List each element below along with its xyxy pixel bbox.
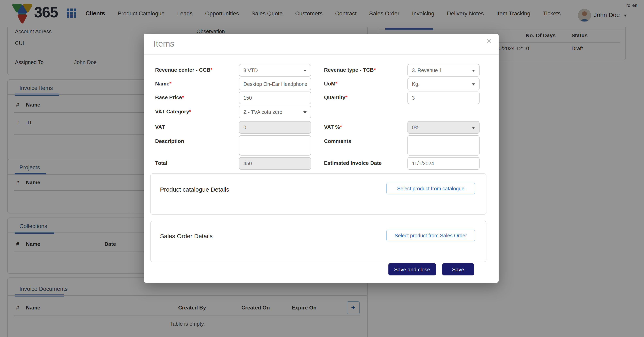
name-label: Name* [155, 80, 172, 87]
required-marker: * [170, 80, 172, 87]
product-catalogue-section: Product catalogue Details Select product… [150, 173, 486, 215]
revenue-center-label: Revenue center - CCB* [155, 67, 212, 73]
estimated-invoice-date-input[interactable] [408, 157, 480, 170]
vat-category-label: VAT Category* [155, 108, 191, 115]
required-marker: * [189, 108, 191, 115]
uom-label: UoM* [324, 80, 338, 87]
estimated-invoice-date-label: Estimated Invoice Date [324, 160, 382, 166]
description-textarea[interactable] [239, 135, 311, 156]
comments-textarea[interactable] [408, 135, 480, 156]
sales-order-heading: Sales Order Details [160, 232, 213, 240]
quantity-label: Quantity* [324, 94, 348, 100]
quantity-input[interactable] [408, 92, 480, 104]
save-button[interactable]: Save [442, 263, 474, 276]
vat-percent-select-disabled: 0% [408, 121, 480, 134]
required-marker: * [374, 67, 376, 73]
required-marker: * [335, 80, 338, 87]
sales-order-section: Sales Order Details Select product from … [150, 221, 486, 262]
app-root: Account Adress CUI Assigned To John Doe … [0, 0, 644, 337]
required-marker: * [182, 94, 184, 100]
comments-label: Comments [324, 138, 351, 144]
vat-input-disabled: 0 [239, 121, 311, 134]
required-marker: * [345, 94, 347, 100]
select-product-from-sales-order-button[interactable]: Select product from Sales Order [386, 230, 475, 242]
name-input[interactable] [239, 78, 311, 90]
base-price-label: Base Price* [155, 94, 184, 100]
base-price-input[interactable] [239, 92, 311, 104]
modal-title: Items [154, 39, 174, 48]
select-product-from-catalogue-button[interactable]: Select product from catalogue [386, 183, 475, 194]
revenue-type-label: Revenue type - TCB* [324, 67, 376, 73]
revenue-type-select[interactable]: 3. Revenue 1 [408, 64, 480, 76]
save-and-close-button[interactable]: Save and close [388, 263, 436, 276]
revenue-center-select[interactable]: 3 VTD [239, 64, 311, 76]
total-input-disabled: 450 [239, 157, 311, 170]
description-label: Description [155, 138, 184, 144]
required-marker: * [340, 124, 342, 130]
close-icon[interactable]: × [487, 37, 491, 45]
vat-label: VAT [155, 124, 165, 130]
divider [144, 54, 498, 55]
vat-category-select[interactable]: Z - TVA cota zero [239, 106, 311, 118]
total-label: Total [155, 160, 167, 166]
items-modal: Items × Revenue center - CCB* 3 VTD Reve… [144, 34, 498, 283]
product-catalogue-heading: Product catalogue Details [160, 186, 229, 193]
vat-percent-label: VAT %* [324, 124, 342, 130]
required-marker: * [210, 67, 212, 73]
uom-select[interactable]: Kg. [408, 78, 480, 90]
